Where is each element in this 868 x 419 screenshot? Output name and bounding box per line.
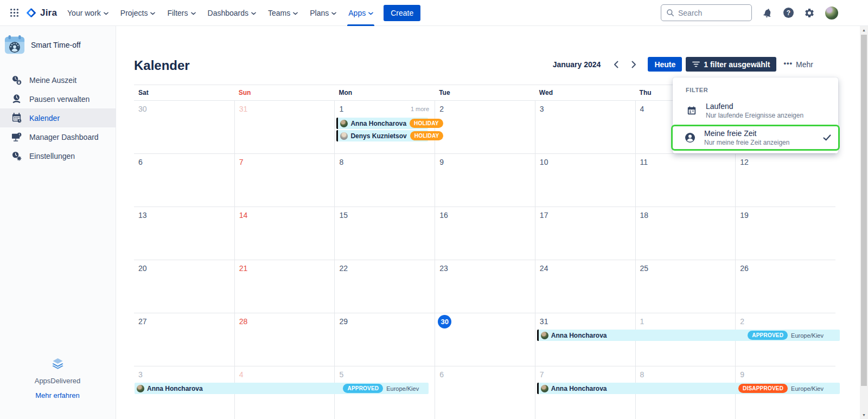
calendar-day-cell[interactable]: 2 — [435, 101, 535, 153]
timeoff-event[interactable]: Anna HoncharovaDISAPPROVEDEurope/Kiev — [537, 383, 840, 394]
person-icon — [684, 132, 696, 143]
more-button[interactable]: ••• Mehr — [780, 60, 816, 69]
nav-item-dashboards[interactable]: Dashboards — [202, 0, 263, 26]
scroll-down-arrow[interactable]: ▼ — [860, 411, 868, 419]
day-header-mon: Mon — [334, 89, 435, 96]
calendar-day-cell[interactable]: 9 — [435, 154, 535, 207]
check-icon — [823, 134, 831, 141]
today-button[interactable]: Heute — [648, 57, 682, 72]
sidebar-item-pausen-verwalten[interactable]: Pausen verwalten — [0, 89, 116, 108]
nav-item-your-work[interactable]: Your work — [61, 0, 114, 26]
learn-more-link[interactable]: Mehr erfahren — [0, 391, 115, 399]
calendar-day-cell[interactable]: 3 — [535, 101, 635, 153]
calendar-day-cell[interactable]: 30 — [435, 313, 535, 366]
filter-dropdown-list: LaufendNur laufende Ereignisse anzeigenM… — [673, 98, 838, 151]
nav-item-label: Teams — [268, 9, 290, 17]
event-timezone: Europe/Kiev — [791, 332, 824, 339]
calendar-day-cell[interactable]: 22 — [334, 260, 435, 313]
calendar-day-cell[interactable]: 27 — [134, 313, 234, 366]
help-icon[interactable]: ? — [783, 8, 794, 18]
nav-item-teams[interactable]: Teams — [262, 0, 304, 26]
timeoff-event[interactable]: Denys KuznietsovHOLIDAY — [336, 130, 428, 141]
nav-item-plans[interactable]: Plans — [304, 0, 342, 26]
timeoff-event[interactable]: Anna HoncharovaAPPROVEDEurope/Kiev — [537, 330, 840, 341]
calendar-day-cell[interactable]: 16 — [435, 207, 535, 260]
filter-option-meine-freie-zeit[interactable]: Meine freie ZeitNur meine freie Zeit anz… — [671, 125, 840, 151]
day-number: 3 — [138, 370, 143, 379]
filter-option-laufend[interactable]: LaufendNur laufende Ereignisse anzeigen — [673, 98, 838, 123]
chevron-down-icon — [331, 12, 336, 15]
day-number: 2 — [740, 317, 744, 326]
calendar-day-cell[interactable]: 13 — [134, 207, 234, 260]
jira-logo[interactable]: Jira — [25, 7, 57, 18]
app-switcher-icon[interactable] — [7, 5, 22, 21]
calendar-day-cell[interactable]: 6 — [435, 366, 535, 419]
scrollbar-thumb[interactable] — [861, 35, 867, 386]
timeoff-event[interactable]: Anna HoncharovaHOLIDAY — [336, 118, 428, 129]
filter-button[interactable]: 1 filter ausgewählt — [686, 57, 776, 72]
anna-avatar — [340, 120, 348, 127]
calendar-day-cell[interactable]: 20 — [134, 260, 234, 313]
calendar-day-cell[interactable]: 31 — [234, 101, 335, 153]
day-number: 25 — [640, 264, 649, 273]
month-label: January 2024 — [553, 60, 601, 69]
kalender-icon — [11, 113, 22, 123]
day-number: 31 — [540, 317, 548, 326]
calendar-day-cell[interactable]: 23 — [435, 260, 535, 313]
calendar-day-cell[interactable]: 7 — [234, 154, 335, 207]
search-input[interactable] — [678, 9, 746, 17]
nav-item-apps[interactable]: Apps — [342, 0, 379, 26]
vertical-scrollbar[interactable]: ▲ ▼ — [860, 26, 868, 419]
sidebar-item-meine-auszeit[interactable]: Meine Auszeit — [0, 70, 116, 89]
calendar-day-cell[interactable]: 11 — [635, 154, 736, 207]
sidebar-item-label: Kalender — [29, 114, 60, 123]
calendar-day-cell[interactable]: 12 — [735, 154, 835, 207]
next-month-button[interactable] — [627, 57, 641, 72]
nav-item-projects[interactable]: Projects — [114, 0, 162, 26]
user-avatar[interactable] — [825, 7, 838, 20]
calendar-day-cell[interactable]: 19 — [735, 207, 835, 260]
more-events-label[interactable]: 1 more — [411, 106, 429, 112]
day-number: 19 — [740, 211, 749, 220]
status-badge: HOLIDAY — [410, 119, 443, 128]
filter-dropdown: FILTER LaufendNur laufende Ereignisse an… — [673, 78, 838, 153]
create-button[interactable]: Create — [384, 5, 420, 21]
calendar-day-cell[interactable]: 10 — [535, 154, 635, 207]
search-box[interactable] — [661, 4, 752, 21]
calendar-day-cell[interactable]: 15 — [334, 207, 435, 260]
calendar-day-cell[interactable]: 8 — [334, 154, 435, 207]
calendar-day-cell[interactable]: 29 — [334, 313, 435, 366]
calendar-day-cell[interactable]: 17 — [535, 207, 635, 260]
settings-gear-icon[interactable] — [804, 8, 815, 18]
day-number: 7 — [540, 370, 544, 379]
calendar-day-cell[interactable]: 21 — [234, 260, 335, 313]
nav-right-section: ? — [661, 4, 838, 21]
scroll-up-arrow[interactable]: ▲ — [860, 26, 868, 34]
chevron-down-icon — [150, 12, 155, 15]
day-number: 14 — [239, 211, 248, 220]
chevron-down-icon — [293, 12, 298, 15]
sidebar-item-kalender[interactable]: Kalender — [0, 108, 116, 127]
jira-logo-icon — [25, 7, 37, 18]
filter-option-label: Meine freie Zeit — [704, 129, 789, 138]
filter-option-label: Laufend — [706, 102, 803, 111]
notifications-icon[interactable] — [761, 6, 774, 19]
nav-item-filters[interactable]: Filters — [161, 0, 201, 26]
calendar-day-cell[interactable]: 30 — [134, 101, 234, 153]
calendar-day-cell[interactable]: 25 — [635, 260, 736, 313]
day-number: 9 — [740, 370, 744, 379]
calendar-day-cell[interactable]: 26 — [735, 260, 835, 313]
sidebar-item-manager-dashboard[interactable]: Manager Dashboard — [0, 127, 116, 146]
event-person-name: Anna Honcharova — [147, 385, 203, 392]
previous-month-button[interactable] — [609, 57, 623, 72]
calendar-day-cell[interactable]: 24 — [535, 260, 635, 313]
timeoff-event[interactable]: Anna HoncharovaAPPROVEDEurope/Kiev — [135, 383, 429, 394]
day-number: 4 — [239, 370, 244, 379]
app-header: Smart Time-off — [0, 26, 116, 64]
calendar-day-cell[interactable]: 18 — [635, 207, 736, 260]
day-number: 13 — [138, 211, 147, 220]
calendar-day-cell[interactable]: 6 — [134, 154, 234, 207]
sidebar-item-einstellungen[interactable]: Einstellungen — [0, 146, 116, 165]
calendar-day-cell[interactable]: 28 — [234, 313, 335, 366]
calendar-day-cell[interactable]: 14 — [234, 207, 335, 260]
